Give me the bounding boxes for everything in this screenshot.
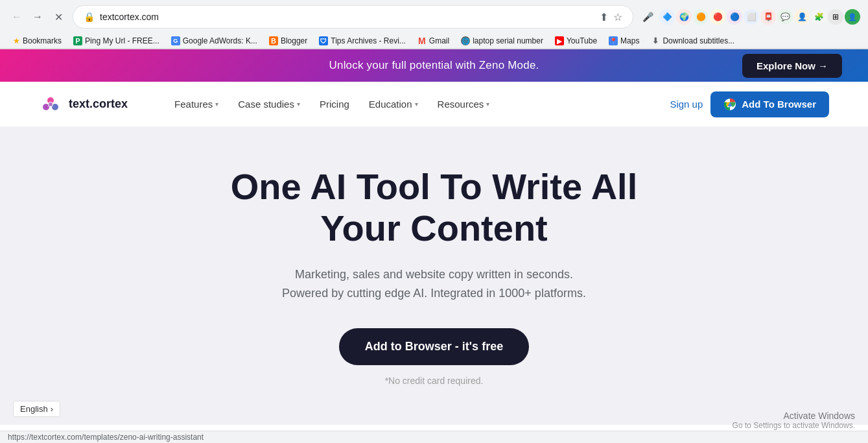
hero-note: *No credit card required. xyxy=(385,376,484,386)
youtube-favicon: ▶ xyxy=(555,36,564,45)
add-browser-nav-label: Add To Browser xyxy=(742,99,816,110)
lock-icon: 🔒 xyxy=(84,12,95,22)
main-nav: text.cortex Features ▾ Case studies ▾ Pr… xyxy=(0,82,868,127)
ping-favicon: P xyxy=(73,36,82,45)
extension-icons: 🔷 🌍 🟠 🔴 🔵 ⬜ 📮 💬 👤 🧩 ⊞ 👤 xyxy=(659,9,860,25)
bookmark-maps[interactable]: 📍 Maps xyxy=(604,35,644,47)
nav-resources[interactable]: Resources ▾ xyxy=(430,93,498,115)
hero-title: One AI Tool To Write All Your Content xyxy=(207,166,661,250)
ext-icon-puzzle[interactable]: 🧩 xyxy=(811,9,827,25)
bookmarks-label: Bookmarks xyxy=(23,36,62,45)
laptop-favicon: 🌐 xyxy=(461,36,470,45)
ext-icon-6[interactable]: ⬜ xyxy=(744,9,759,25)
bookmark-tips[interactable]: 🛡 Tips Archives - Revi... xyxy=(314,35,411,47)
gmail-label: Gmail xyxy=(429,36,449,45)
nav-buttons: ← → ✕ xyxy=(8,8,67,26)
education-label: Education xyxy=(369,99,412,110)
tips-favicon: 🛡 xyxy=(319,36,328,45)
resources-chevron-icon: ▾ xyxy=(486,101,489,108)
case-studies-label: Case studies xyxy=(238,99,294,110)
bookmark-subtitles[interactable]: ⬇ Download subtitles... xyxy=(646,35,740,47)
bookmarks-label-item[interactable]: ★ Bookmarks xyxy=(8,35,67,47)
nav-education[interactable]: Education ▾ xyxy=(361,93,426,115)
ext-icon-profile[interactable]: 👤 xyxy=(845,9,860,25)
ext-icon-7[interactable]: 📮 xyxy=(760,9,776,25)
close-button[interactable]: ✕ xyxy=(49,8,67,26)
bookmark-gmail[interactable]: M Gmail xyxy=(412,35,454,47)
youtube-label: YouTube xyxy=(567,36,597,45)
ext-icon-1[interactable]: 🔷 xyxy=(659,9,675,25)
address-input[interactable] xyxy=(100,12,594,22)
mic-button[interactable]: 🎤 xyxy=(639,8,657,26)
address-bar[interactable]: 🔒 ⬆ ☆ xyxy=(73,5,633,29)
nav-actions: Sign up Add To Browser xyxy=(670,91,829,117)
hero-subtitle-line1: Marketing, sales and website copy writte… xyxy=(295,268,573,281)
share-icon[interactable]: ⬆ xyxy=(600,11,608,23)
language-label: English xyxy=(20,404,48,414)
bookmark-laptop[interactable]: 🌐 laptop serial number xyxy=(456,35,548,47)
hero-subtitle: Marketing, sales and website copy writte… xyxy=(282,265,586,303)
explore-now-button[interactable]: Explore Now → xyxy=(742,54,842,78)
chrome-icon xyxy=(723,98,736,111)
nav-pricing[interactable]: Pricing xyxy=(312,93,357,115)
forward-button[interactable]: → xyxy=(29,8,47,26)
ext-icon-3[interactable]: 🟠 xyxy=(693,9,709,25)
toolbar-actions: 🎤 🔷 🌍 🟠 🔴 🔵 ⬜ 📮 💬 👤 🧩 ⊞ 👤 xyxy=(639,8,860,26)
ext-icon-9[interactable]: 👤 xyxy=(794,9,810,25)
nav-links: Features ▾ Case studies ▾ Pricing Educat… xyxy=(167,93,670,115)
back-button[interactable]: ← xyxy=(8,8,26,26)
laptop-label: laptop serial number xyxy=(473,36,543,45)
hero-cta-button[interactable]: Add to Browser - it's free xyxy=(339,328,529,365)
pricing-label: Pricing xyxy=(320,99,349,110)
maps-favicon: 📍 xyxy=(609,36,618,45)
hero-subtitle-line2: Powered by cutting edge AI. Integrated i… xyxy=(282,287,586,300)
adwords-favicon: G xyxy=(171,36,180,45)
blogger-favicon: B xyxy=(269,36,278,45)
ping-label: Ping My Url - FREE... xyxy=(85,36,159,45)
ext-icon-menu[interactable]: ⊞ xyxy=(828,9,843,25)
gmail-favicon: M xyxy=(417,36,427,45)
bookmarks-star-icon: ★ xyxy=(13,36,20,45)
blogger-label: Blogger xyxy=(281,36,307,45)
bookmark-ping[interactable]: P Ping My Url - FREE... xyxy=(68,35,165,47)
bookmark-adwords[interactable]: G Google AdWords: K... xyxy=(166,35,263,47)
banner-text: Unlock your full potential with Zeno Mod… xyxy=(298,59,570,72)
subtitles-label: Download subtitles... xyxy=(663,36,734,45)
language-chevron-icon: › xyxy=(51,404,53,414)
logo-area[interactable]: text.cortex xyxy=(39,93,128,116)
bookmarks-bar: ★ Bookmarks P Ping My Url - FREE... G Go… xyxy=(0,34,868,49)
top-banner: Unlock your full potential with Zeno Mod… xyxy=(0,49,868,82)
svg-point-4 xyxy=(49,102,53,106)
subtitles-favicon: ⬇ xyxy=(651,36,660,45)
bookmark-star-icon[interactable]: ☆ xyxy=(613,11,622,23)
add-to-browser-nav-button[interactable]: Add To Browser xyxy=(710,91,829,117)
ext-icon-4[interactable]: 🔴 xyxy=(710,9,725,25)
hero-section: One AI Tool To Write All Your Content Ma… xyxy=(0,127,868,425)
browser-toolbar: ← → ✕ 🔒 ⬆ ☆ 🎤 🔷 🌍 🟠 🔴 🔵 ⬜ 📮 💬 👤 xyxy=(0,0,868,34)
resources-label: Resources xyxy=(438,99,484,110)
adwords-label: Google AdWords: K... xyxy=(183,36,257,45)
tips-label: Tips Archives - Revi... xyxy=(331,36,406,45)
nav-case-studies[interactable]: Case studies ▾ xyxy=(230,93,308,115)
maps-label: Maps xyxy=(620,36,639,45)
logo-text: text.cortex xyxy=(69,97,128,111)
features-label: Features xyxy=(174,99,213,110)
ext-icon-5[interactable]: 🔵 xyxy=(727,9,742,25)
case-studies-chevron-icon: ▾ xyxy=(297,101,300,108)
nav-features[interactable]: Features ▾ xyxy=(167,93,226,115)
bookmark-youtube[interactable]: ▶ YouTube xyxy=(550,35,602,47)
education-chevron-icon: ▾ xyxy=(415,101,418,108)
bookmark-blogger[interactable]: B Blogger xyxy=(264,35,312,47)
language-selector[interactable]: English › xyxy=(13,401,60,417)
ext-icon-2[interactable]: 🌍 xyxy=(676,9,692,25)
features-chevron-icon: ▾ xyxy=(215,101,218,108)
site-wrapper: Unlock your full potential with Zeno Mod… xyxy=(0,49,868,425)
activate-windows-watermark: Activate Windows Go to Settings to activ… xyxy=(733,411,855,425)
sign-up-link[interactable]: Sign up xyxy=(670,99,703,110)
activate-title: Activate Windows xyxy=(733,411,855,421)
ext-icon-8[interactable]: 💬 xyxy=(777,9,793,25)
logo-icon xyxy=(39,93,62,116)
activate-subtitle: Go to Settings to activate Windows. xyxy=(733,421,855,425)
browser-chrome: ← → ✕ 🔒 ⬆ ☆ 🎤 🔷 🌍 🟠 🔴 🔵 ⬜ 📮 💬 👤 xyxy=(0,0,868,49)
